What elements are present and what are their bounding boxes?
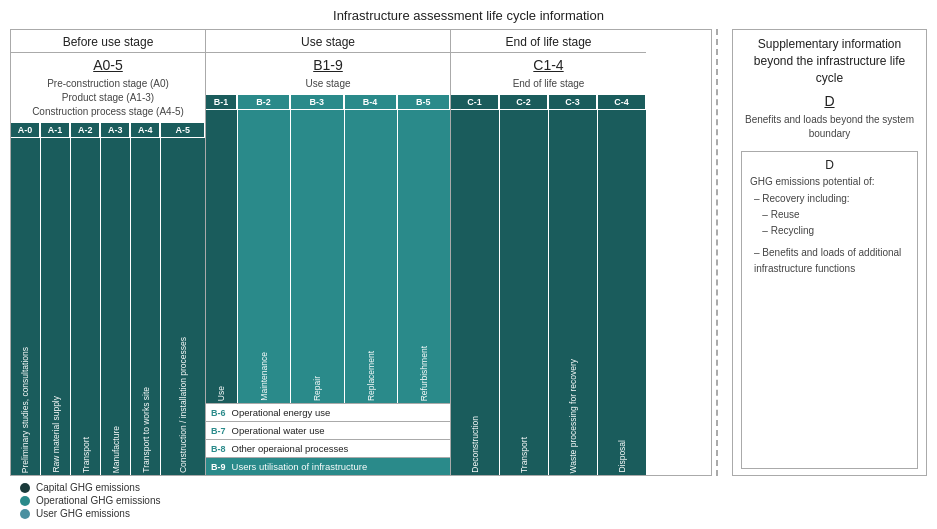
module-a0-label: A-0 bbox=[11, 123, 40, 138]
main-title: Infrastructure assessment life cycle inf… bbox=[10, 8, 927, 23]
module-b2-text: Maintenance bbox=[259, 352, 269, 401]
module-b4-text-wrapper: Replacement bbox=[345, 110, 397, 403]
module-a1: A-1 Raw material supply bbox=[41, 123, 71, 475]
module-c1: C-1 Deconstruction bbox=[451, 95, 500, 475]
use-stage-desc: Use stage bbox=[206, 74, 450, 95]
module-a1-text: Raw material supply bbox=[51, 396, 61, 473]
eol-modules-row: C-1 Deconstruction C-2 Transport bbox=[451, 95, 646, 475]
before-use-header: Before use stage bbox=[11, 30, 205, 53]
module-b8-label: B-8 bbox=[211, 444, 226, 454]
module-b2: B-2 Maintenance bbox=[238, 95, 291, 403]
module-c1-text: Deconstruction bbox=[470, 416, 480, 473]
module-a3-label: A-3 bbox=[101, 123, 130, 138]
module-c3-text: Waste processing for recovery bbox=[568, 359, 578, 473]
module-c3-text-wrapper: Waste processing for recovery bbox=[549, 110, 597, 475]
module-a4: A-4 Transport to works site bbox=[131, 123, 161, 475]
eol-code: C1-4 bbox=[451, 53, 646, 74]
legend-label-user: User GHG emissions bbox=[36, 508, 130, 519]
supp-box: D GHG emissions potential of: – Recovery… bbox=[741, 151, 918, 469]
module-b7-text: Operational water use bbox=[232, 425, 325, 436]
module-c4-text-wrapper: Disposal bbox=[598, 110, 646, 475]
before-modules-row: A-0 Preliminary studies, consultations A… bbox=[11, 123, 205, 475]
module-b3-label: B-3 bbox=[291, 95, 343, 110]
module-c3-label: C-3 bbox=[549, 95, 597, 110]
supp-box-subtitle: GHG emissions potential of: bbox=[750, 176, 909, 187]
module-a4-label: A-4 bbox=[131, 123, 160, 138]
module-b8-text: Other operaional processes bbox=[232, 443, 349, 454]
dashed-separator bbox=[716, 29, 718, 476]
legend-dot-operational bbox=[20, 496, 30, 506]
module-b8-row: B-8 Other operaional processes bbox=[206, 439, 450, 457]
legend-dot-capital bbox=[20, 483, 30, 493]
before-use-section: Before use stage A0-5 Pre-construction s… bbox=[11, 30, 206, 475]
module-b9-text: Users utilisation of infrastructure bbox=[232, 461, 368, 472]
module-a2-text: Transport bbox=[81, 437, 91, 473]
supp-code: D bbox=[733, 90, 926, 111]
module-a3-text-wrapper: Manufacture bbox=[101, 138, 130, 475]
supp-header: Supplementary information beyond the inf… bbox=[733, 30, 926, 90]
module-b4-label: B-4 bbox=[345, 95, 397, 110]
before-use-code: A0-5 bbox=[11, 53, 205, 74]
use-bottom-rows: B-6 Operational energy use B-7 Operation… bbox=[206, 403, 450, 475]
module-a0: A-0 Preliminary studies, consultations bbox=[11, 123, 41, 475]
module-b5-text-wrapper: Refurbishment bbox=[398, 110, 450, 403]
module-c2-text: Transport bbox=[519, 437, 529, 473]
legend-label-operational: Operational GHG emissions bbox=[36, 495, 161, 506]
module-a4-text-wrapper: Transport to works site bbox=[131, 138, 160, 475]
module-a2: A-2 Transport bbox=[71, 123, 101, 475]
legend-item-capital: Capital GHG emissions bbox=[20, 482, 917, 493]
module-a2-text-wrapper: Transport bbox=[71, 138, 100, 475]
module-c2: C-2 Transport bbox=[500, 95, 549, 475]
module-c1-text-wrapper: Deconstruction bbox=[451, 110, 499, 475]
supp-desc: Benefits and loads beyond the system bou… bbox=[733, 111, 926, 145]
module-a1-text-wrapper: Raw material supply bbox=[41, 138, 70, 475]
module-b9-row: B-9 Users utilisation of infrastructure bbox=[206, 457, 450, 475]
supplementary-section: Supplementary information beyond the inf… bbox=[732, 29, 927, 476]
module-a5-text: Construction / installation processes bbox=[178, 337, 188, 473]
module-b5: B-5 Refurbishment bbox=[398, 95, 450, 403]
legend: Capital GHG emissions Operational GHG em… bbox=[10, 476, 927, 521]
module-a1-label: A-1 bbox=[41, 123, 70, 138]
supp-list-item-1: – Recovery including: bbox=[754, 191, 909, 207]
legend-dot-user bbox=[20, 509, 30, 519]
eol-desc: End of life stage bbox=[451, 74, 646, 95]
module-a5-label: A-5 bbox=[161, 123, 205, 138]
module-b3-text-wrapper: Repair bbox=[291, 110, 343, 403]
module-a5-text-wrapper: Construction / installation processes bbox=[161, 138, 205, 475]
module-b4-text: Replacement bbox=[366, 351, 376, 401]
module-b7-row: B-7 Operational water use bbox=[206, 421, 450, 439]
b2-b5-cols: B-2 Maintenance B-3 Repair B bbox=[238, 95, 450, 403]
module-c4-text: Disposal bbox=[617, 440, 627, 473]
module-b1: B-1 Use bbox=[206, 95, 238, 403]
module-b6-row: B-6 Operational energy use bbox=[206, 403, 450, 421]
module-a2-label: A-2 bbox=[71, 123, 100, 138]
module-b2-text-wrapper: Maintenance bbox=[238, 110, 290, 403]
left-main-section: Before use stage A0-5 Pre-construction s… bbox=[10, 29, 712, 476]
supp-list-item-3: – Recycling bbox=[754, 223, 909, 239]
use-top-row: B-1 Use B-2 Maintenance bbox=[206, 95, 450, 403]
module-b5-label: B-5 bbox=[398, 95, 450, 110]
legend-item-user: User GHG emissions bbox=[20, 508, 917, 519]
supp-list-item-4: – Benefits and loads of additional infra… bbox=[754, 245, 909, 277]
module-b1-text-wrapper: Use bbox=[206, 110, 237, 403]
module-b1-text: Use bbox=[216, 386, 226, 401]
module-b6-label: B-6 bbox=[211, 408, 226, 418]
module-b2-label: B-2 bbox=[238, 95, 290, 110]
module-b5-text: Refurbishment bbox=[419, 346, 429, 401]
module-b6-text: Operational energy use bbox=[232, 407, 331, 418]
module-c1-label: C-1 bbox=[451, 95, 499, 110]
module-a0-text: Preliminary studies, consultations bbox=[20, 347, 30, 473]
module-a0-text-wrapper: Preliminary studies, consultations bbox=[11, 138, 40, 475]
content-area: Before use stage A0-5 Pre-construction s… bbox=[10, 29, 927, 476]
supp-box-list: – Recovery including: – Reuse – Recyclin… bbox=[750, 191, 909, 277]
module-b9-label: B-9 bbox=[211, 462, 226, 472]
use-stage-header: Use stage bbox=[206, 30, 450, 53]
module-c4-label: C-4 bbox=[598, 95, 646, 110]
use-stage-code: B1-9 bbox=[206, 53, 450, 74]
module-c4: C-4 Disposal bbox=[598, 95, 646, 475]
use-stage-section: Use stage B1-9 Use stage B-1 Use bbox=[206, 30, 451, 475]
module-c2-text-wrapper: Transport bbox=[500, 110, 548, 475]
module-a3: A-3 Manufacture bbox=[101, 123, 131, 475]
module-b3: B-3 Repair bbox=[291, 95, 344, 403]
legend-label-capital: Capital GHG emissions bbox=[36, 482, 140, 493]
